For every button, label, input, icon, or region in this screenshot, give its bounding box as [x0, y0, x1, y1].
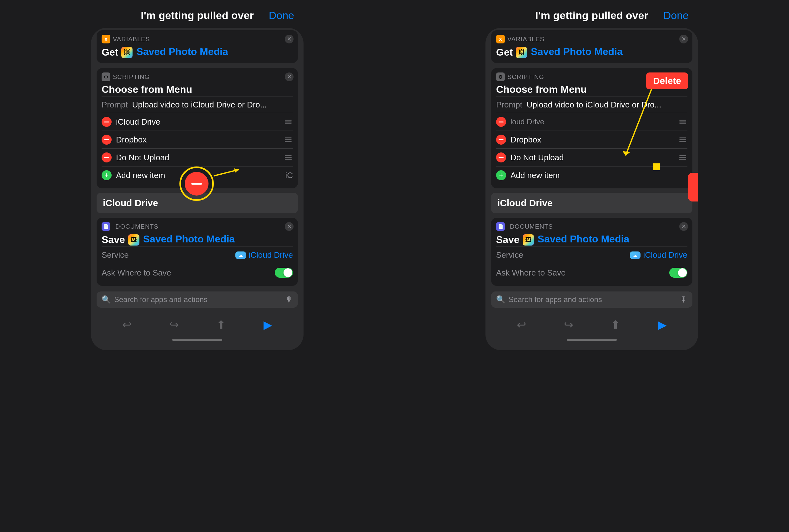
right-title: I'm getting pulled over — [535, 10, 648, 22]
right-done-button[interactable]: Done — [663, 10, 689, 22]
left-service-label: Service — [102, 250, 129, 260]
right-donot-label: Do Not Upload — [511, 153, 678, 163]
left-menu-item-2: Do Not Upload — [102, 148, 293, 166]
scripting-icon-left: ⚙ — [102, 73, 110, 81]
left-service-value: ☁ iCloud Drive — [235, 250, 293, 260]
left-scripting-title: Choose from Menu — [102, 84, 293, 95]
docs-icon-right: 📄 — [496, 222, 505, 231]
right-minus-dropbox[interactable] — [496, 135, 506, 145]
left-docs-type: DOCUMENTS — [115, 223, 159, 230]
left-ask-row: Ask Where to Save — [102, 264, 293, 282]
left-toolbar: ↩ ↪ ⬆ ▶ — [91, 313, 304, 337]
left-docs-photo-label: Saved Photo Media — [143, 233, 235, 245]
right-search-icon: 🔍 — [496, 295, 506, 304]
right-panel: I'm getting pulled over Done x VARIABLES… — [395, 0, 789, 532]
left-ask-label: Ask Where to Save — [102, 268, 171, 278]
right-prompt-label: Prompt — [496, 100, 522, 110]
right-add-new-label: Add new item — [511, 171, 687, 180]
left-prompt-label: Prompt — [102, 100, 128, 110]
right-menu-item-1: Dropbox — [496, 131, 687, 148]
right-play-btn[interactable]: ▶ — [658, 318, 667, 331]
right-scripting-header: ⚙ SCRIPTING Delete — [496, 73, 687, 81]
yellow-dot-right — [653, 164, 660, 170]
right-save-label: Save — [496, 234, 519, 246]
right-variables-header: x VARIABLES ✕ — [496, 35, 687, 43]
right-get-row: Get 🖼 Saved Photo Media — [496, 46, 687, 59]
right-redo-btn[interactable]: ↪ — [564, 318, 573, 331]
right-docs-close[interactable]: ✕ — [679, 222, 688, 231]
right-service-label: Service — [496, 250, 523, 260]
right-variables-icon: x — [496, 35, 505, 43]
right-search-bar[interactable]: 🔍 Search for apps and actions 🎙 — [491, 291, 692, 308]
left-variables-close[interactable]: ✕ — [285, 35, 294, 43]
right-minus-donot[interactable] — [496, 152, 506, 163]
right-service-row: Service ☁ iCloud Drive — [496, 246, 687, 264]
right-drag-icloud[interactable] — [678, 118, 687, 126]
left-menu-item-0: iCloud Drive — [102, 113, 293, 131]
left-search-icon: 🔍 — [102, 295, 111, 304]
right-variables-type: VARIABLES — [507, 36, 545, 43]
left-drag-icloud[interactable] — [283, 118, 293, 126]
right-variables-close[interactable]: ✕ — [679, 35, 688, 43]
right-drag-dropbox[interactable] — [678, 136, 687, 144]
right-plus-btn[interactable]: + — [496, 170, 506, 180]
scripting-icon-right: ⚙ — [496, 73, 505, 81]
left-search-bar[interactable]: 🔍 Search for apps and actions 🎙 — [97, 291, 298, 308]
right-photo-media-label: Saved Photo Media — [531, 46, 622, 57]
left-minus-dropbox[interactable] — [102, 135, 112, 145]
left-get-row: Get 🖼 Saved Photo Media — [102, 46, 293, 59]
right-scripting-type: SCRIPTING — [507, 73, 544, 81]
icloud-icon-left: ☁ — [235, 251, 246, 259]
right-documents-card: 📄 DOCUMENTS ✕ Save 🖼 Saved Photo Media S… — [491, 218, 692, 286]
left-redo-btn[interactable]: ↪ — [169, 318, 179, 331]
left-minus-icloud[interactable] — [102, 117, 112, 127]
right-toolbar: ↩ ↪ ⬆ ▶ — [485, 313, 698, 337]
left-drag-donot[interactable] — [283, 154, 293, 161]
left-minus-donot[interactable] — [102, 152, 112, 163]
right-icloud-partial: loud Drive — [511, 117, 678, 126]
right-delete-button-top[interactable]: Delete — [646, 73, 688, 89]
left-add-new-label: Add new item — [116, 171, 285, 180]
right-docs-type: DOCUMENTS — [510, 223, 553, 230]
right-share-btn[interactable]: ⬆ — [611, 318, 620, 331]
right-service-value: ☁ iCloud Drive — [630, 250, 687, 260]
left-search-text: Search for apps and actions — [114, 295, 207, 304]
right-drag-donot[interactable] — [678, 154, 687, 161]
right-undo-btn[interactable]: ↩ — [517, 318, 526, 331]
left-done-button[interactable]: Done — [269, 10, 294, 22]
right-home-indicator — [567, 339, 617, 341]
left-phone-frame: x VARIABLES ✕ Get 🖼 Saved Photo Media ⚙ … — [91, 28, 304, 350]
delete-popup[interactable]: Delete — [688, 173, 698, 202]
right-dropbox-label: Dropbox — [511, 135, 678, 145]
left-truncated-ic: iC — [285, 171, 293, 180]
left-docs-header: 📄 DOCUMENTS ✕ — [102, 222, 293, 231]
left-ask-toggle[interactable] — [275, 268, 293, 278]
right-scripting-card: ⚙ SCRIPTING Delete Choose from Menu Prom… — [491, 68, 692, 188]
left-variables-type: VARIABLES — [113, 36, 150, 43]
left-undo-btn[interactable]: ↩ — [122, 318, 132, 331]
left-docs-close[interactable]: ✕ — [285, 222, 294, 231]
right-mic-icon: 🎙 — [680, 295, 687, 304]
left-header: I'm getting pulled over Done — [91, 6, 304, 25]
left-scripting-header: ⚙ SCRIPTING ✕ — [102, 73, 293, 81]
left-photo-media-label: Saved Photo Media — [136, 46, 228, 57]
left-plus-btn[interactable]: + — [102, 170, 112, 180]
left-menu-item-1: Dropbox — [102, 131, 293, 148]
right-docs-photo-label: Saved Photo Media — [538, 233, 629, 245]
right-phone-frame: x VARIABLES ✕ Get 🖼 Saved Photo Media ⚙ … — [485, 28, 698, 350]
photo-icon-right: 🖼 — [516, 47, 527, 58]
right-section-icloud: iCloud Drive — [491, 193, 692, 213]
right-variables-card: x VARIABLES ✕ Get 🖼 Saved Photo Media — [491, 30, 692, 63]
left-scripting-type: SCRIPTING — [113, 73, 150, 81]
right-prompt-row: Prompt Upload video to iCloud Drive or D… — [496, 97, 687, 113]
right-minus-icloud[interactable] — [496, 117, 506, 127]
left-get-label: Get — [102, 46, 118, 58]
right-ask-toggle[interactable] — [669, 268, 687, 278]
left-scripting-close[interactable]: ✕ — [285, 73, 294, 81]
left-share-btn[interactable]: ⬆ — [216, 318, 226, 331]
left-play-btn[interactable]: ▶ — [263, 318, 272, 331]
left-documents-card: 📄 DOCUMENTS ✕ Save 🖼 Saved Photo Media S… — [97, 218, 298, 286]
left-drag-dropbox[interactable] — [283, 136, 293, 144]
right-menu-item-0: loud Drive — [496, 113, 687, 131]
right-get-label: Get — [496, 46, 513, 58]
